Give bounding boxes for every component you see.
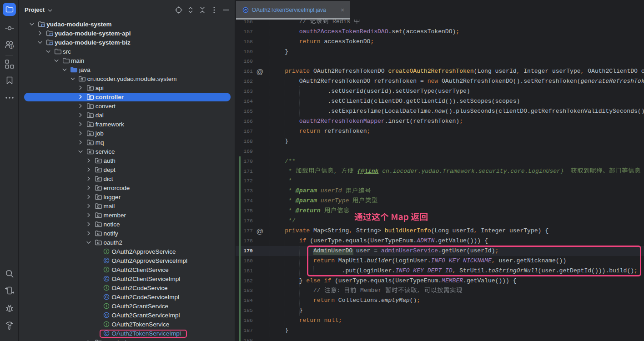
svg-text:C: C [105, 258, 108, 263]
svg-text:C: C [105, 295, 108, 299]
svg-text:C: C [244, 8, 247, 12]
svg-text:I: I [106, 304, 107, 308]
svg-text:C: C [105, 276, 108, 281]
svg-text:I: I [106, 249, 107, 254]
svg-text:C: C [105, 313, 108, 317]
svg-text:I: I [106, 322, 107, 326]
svg-text:I: I [106, 286, 107, 290]
svg-text:?: ? [10, 45, 12, 49]
svg-text:I: I [106, 267, 107, 272]
